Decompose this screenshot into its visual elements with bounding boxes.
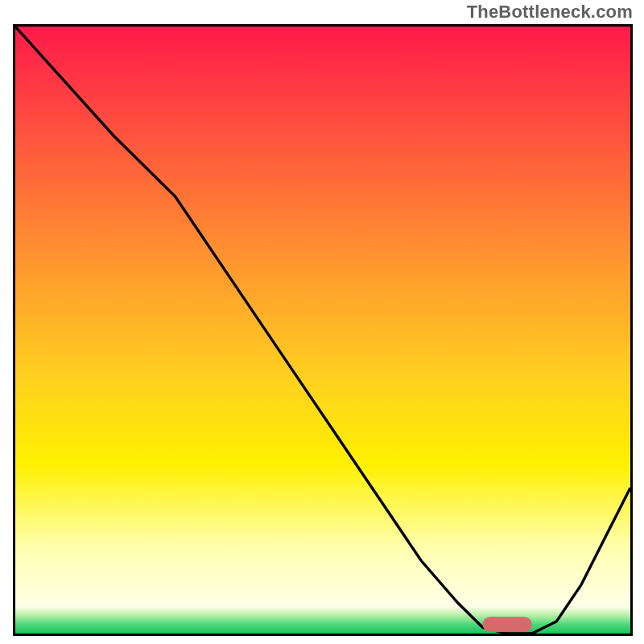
optimal-range-marker — [483, 617, 532, 632]
plot-frame — [13, 24, 633, 636]
watermark-text: TheBottleneck.com — [467, 2, 633, 23]
gradient-background — [15, 27, 630, 634]
plot-svg — [15, 27, 630, 634]
chart-stage: TheBottleneck.com — [0, 0, 644, 644]
